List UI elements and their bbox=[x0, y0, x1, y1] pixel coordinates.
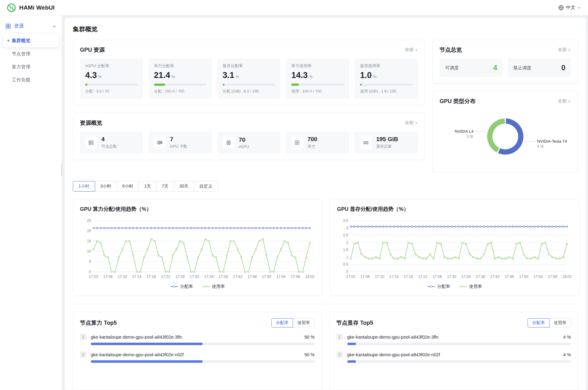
svg-text:17:46: 17:46 bbox=[248, 275, 257, 279]
node-name[interactable]: gke-kantaloupe-demo-gpu-pool-a843f02e-3f… bbox=[91, 335, 182, 340]
legend-label: 使用率 bbox=[469, 284, 482, 289]
time-tab-6h[interactable]: 6小时 bbox=[117, 181, 139, 192]
resource-value: 195 GiB bbox=[376, 136, 398, 143]
sidebar-item-workloads[interactable]: 工作负载 bbox=[0, 73, 62, 86]
resource-value: 70 bbox=[239, 136, 249, 143]
view-all-label: 全部 bbox=[558, 98, 567, 104]
legend-label: 使用率 bbox=[212, 284, 225, 289]
svg-text:1.5: 1.5 bbox=[343, 248, 348, 252]
sidebar-item-label: 算力管理 bbox=[12, 64, 30, 70]
unschedulable-tile: 禁止调度 0 bbox=[508, 58, 571, 77]
svg-text:17:06: 17:06 bbox=[360, 275, 370, 279]
svg-text:17:26: 17:26 bbox=[175, 275, 185, 279]
svg-text:1: 1 bbox=[346, 255, 348, 259]
rank-progress-track bbox=[347, 343, 571, 345]
resource-overview-card: 资源概览 全部 4 节点总数 bbox=[73, 113, 425, 160]
resource-value: 700 bbox=[307, 136, 317, 143]
chevron-right-icon bbox=[568, 100, 571, 103]
rank-value: 4 % bbox=[563, 352, 571, 357]
chart-legend: 分配率 使用率 bbox=[80, 284, 315, 289]
legend-alloc-rate[interactable]: 分配率 bbox=[170, 284, 193, 289]
svg-text:3: 3 bbox=[346, 226, 348, 230]
sidebar: 资源 集群概览 节点管理 算力管理 工作负载 bbox=[0, 15, 62, 390]
stat-tile-vgpu-alloc: vGPU 分配率 4.3% 分配 : 3.0 / 70 bbox=[80, 58, 143, 99]
node-name[interactable]: gke-kantaloupe-demo-gpu-pool-a843f02e-3f… bbox=[347, 335, 439, 340]
sidebar-item-node-management[interactable]: 节点管理 bbox=[0, 47, 62, 60]
svg-text:NVIDIA-Tesla T4: NVIDIA-Tesla T4 bbox=[537, 139, 567, 144]
sidebar-item-cluster-overview[interactable]: 集群概览 bbox=[3, 34, 59, 47]
page-title: 集群概览 bbox=[73, 25, 578, 33]
legend-alloc-rate[interactable]: 分配率 bbox=[428, 284, 450, 289]
legend-usage-rate[interactable]: 使用率 bbox=[459, 284, 482, 289]
rank-badge: 2 bbox=[336, 351, 343, 358]
svg-text:17:18: 17:18 bbox=[147, 275, 156, 279]
compute-trend-chart: 051015202517:0217:0617:1017:1417:1817:22… bbox=[80, 217, 315, 280]
time-tab-1h[interactable]: 1小时 bbox=[73, 181, 95, 192]
rank-badge: 2 bbox=[80, 351, 86, 358]
sidebar-group-label: 资源 bbox=[14, 23, 24, 29]
svg-text:17:54: 17:54 bbox=[533, 275, 543, 279]
toggle-alloc-rate[interactable]: 分配率 bbox=[271, 318, 293, 327]
gpu-type-donut-chart: NVIDIA-Tesla T44 张NVIDIA L43 张 bbox=[440, 110, 571, 165]
language-selector[interactable]: 中文 bbox=[558, 5, 581, 11]
chevron-right-icon bbox=[568, 48, 571, 52]
resources-icon bbox=[6, 24, 11, 29]
svg-text:17:34: 17:34 bbox=[461, 275, 471, 279]
view-all-link[interactable]: 全部 bbox=[558, 47, 571, 53]
node-name[interactable]: gke-kantaloupe-demo-gpu-pool-a843f02e-n0… bbox=[91, 352, 184, 357]
top-bar: HAMi WebUI 中文 bbox=[0, 0, 588, 15]
chevron-right-icon bbox=[415, 48, 418, 52]
resource-tile-compute: 700 算力 bbox=[286, 132, 349, 154]
svg-text:17:22: 17:22 bbox=[418, 275, 428, 279]
sidebar-item-compute-management[interactable]: 算力管理 bbox=[0, 60, 62, 73]
stat-unit: % bbox=[171, 74, 175, 79]
stat-label: 显存分配率 bbox=[223, 63, 275, 69]
language-label: 中文 bbox=[566, 5, 575, 11]
stat-tile-memory-usage: 显存使用率 1.0% 使用 (GiB) : 1.9 / 195 bbox=[355, 58, 418, 99]
toggle-usage-rate[interactable]: 使用率 bbox=[549, 318, 571, 327]
svg-text:17:58: 17:58 bbox=[291, 275, 300, 279]
memory-trend-card: GPU 显存分配/使用趋势（%） 00.511.522.533.517:0217… bbox=[330, 199, 580, 296]
sidebar-resize-handle[interactable] bbox=[61, 164, 62, 176]
svg-text:17:50: 17:50 bbox=[519, 275, 528, 279]
svg-text:17:50: 17:50 bbox=[262, 275, 271, 279]
rank-progress-track bbox=[91, 343, 315, 345]
rank-value: 50 % bbox=[304, 335, 314, 340]
card-title: 节点显存 Top5 bbox=[336, 319, 373, 327]
stat-label: 算力使用率 bbox=[291, 63, 344, 69]
hami-logo-icon bbox=[7, 3, 16, 12]
stat-tile-compute-usage: 算力使用率 14.3% 使用 : 100.0 / 700 bbox=[286, 58, 349, 99]
node-name[interactable]: gke-kantaloupe-demo-gpu-pool-a843f02e-n0… bbox=[347, 352, 440, 357]
rank-progress-bar bbox=[347, 343, 356, 345]
app-title: HAMi WebUI bbox=[19, 4, 55, 11]
time-tab-7d[interactable]: 7天 bbox=[156, 181, 174, 192]
card-title: GPU 类型分布 bbox=[440, 98, 476, 105]
memory-icon bbox=[360, 136, 372, 149]
rank-progress-bar bbox=[347, 360, 356, 363]
stat-progress-bar bbox=[223, 84, 224, 86]
time-tab-3h[interactable]: 3小时 bbox=[95, 181, 117, 192]
brand: HAMi WebUI bbox=[7, 3, 55, 12]
view-all-link[interactable]: 全部 bbox=[405, 47, 418, 53]
legend-label: 分配率 bbox=[180, 284, 193, 289]
stat-detail: 分配 : 150.0 / 700 bbox=[154, 89, 207, 94]
time-tab-1d[interactable]: 1天 bbox=[138, 181, 156, 192]
top5-row: 1 gke-kantaloupe-demo-gpu-pool-a843f02e-… bbox=[80, 334, 315, 345]
view-all-link[interactable]: 全部 bbox=[405, 120, 418, 126]
legend-usage-rate[interactable]: 使用率 bbox=[202, 284, 225, 289]
resource-tile-vgpu: 70 vGPU bbox=[217, 132, 281, 154]
time-tab-30d[interactable]: 30天 bbox=[174, 181, 194, 192]
toggle-alloc-rate[interactable]: 分配率 bbox=[528, 318, 550, 327]
view-all-link[interactable]: 全部 bbox=[558, 98, 571, 104]
sidebar-group-resources[interactable]: 资源 bbox=[0, 19, 62, 34]
rank-badge: 1 bbox=[336, 334, 343, 340]
time-tab-custom[interactable]: 自定义 bbox=[194, 181, 218, 192]
stat-value: 1.0 bbox=[360, 71, 372, 80]
svg-text:17:34: 17:34 bbox=[204, 275, 213, 279]
node-compute-top5-card: 节点算力 Top5 分配率 使用率 1 gke-kantaloupe-demo-… bbox=[73, 312, 322, 390]
donut-label-line bbox=[524, 141, 536, 142]
tile-value: 4 bbox=[493, 63, 497, 72]
stat-progress-bar bbox=[291, 84, 299, 86]
sidebar-item-label: 集群概览 bbox=[12, 38, 30, 44]
toggle-usage-rate[interactable]: 使用率 bbox=[293, 318, 315, 327]
